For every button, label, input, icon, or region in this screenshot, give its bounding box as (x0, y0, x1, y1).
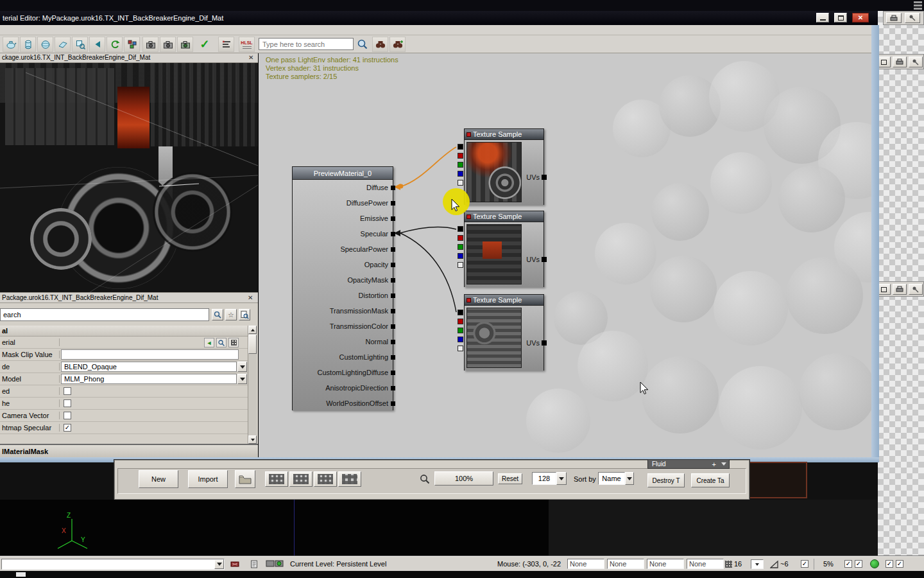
blue-pin[interactable] (458, 253, 463, 259)
new-button[interactable]: New (139, 470, 178, 488)
input-pin[interactable] (391, 401, 395, 406)
use-selected-button[interactable]: ◄ (204, 338, 214, 347)
node-header[interactable]: PreviewMaterial_0 (293, 167, 393, 180)
input-pin[interactable] (391, 263, 395, 267)
pin-button[interactable] (909, 57, 923, 67)
close-icon[interactable]: ✕ (248, 294, 253, 301)
green-pin[interactable] (458, 162, 463, 168)
reset-button[interactable]: Reset (498, 473, 522, 484)
close-icon[interactable]: ✕ (248, 54, 253, 61)
status-field-2[interactable]: None (607, 559, 644, 569)
split-view-button[interactable] (289, 471, 312, 487)
material-editor-titlebar[interactable]: terial Editor: MyPackage.urok16.TX_INT_B… (0, 11, 878, 25)
open-folder-button[interactable] (235, 470, 255, 488)
lighting-model-dropdown-button[interactable] (237, 374, 247, 384)
thumb-size-field[interactable]: 128 (532, 472, 556, 485)
input-pin[interactable] (391, 232, 395, 236)
maximize-button[interactable] (834, 13, 847, 22)
input-opacitymask[interactable]: OpacityMask (293, 272, 393, 288)
lighting-model-select[interactable]: MLM_Phong (61, 374, 237, 384)
uvs-input-pin[interactable] (542, 257, 547, 262)
red-pin[interactable] (458, 319, 463, 324)
toggle-stats-button[interactable] (218, 37, 234, 52)
input-pin[interactable] (391, 371, 395, 375)
property-row-two-sided[interactable]: ed (0, 385, 248, 398)
close-button[interactable]: ✕ (852, 13, 869, 22)
input-pin[interactable] (391, 386, 395, 390)
mask-clip-value-field[interactable] (61, 349, 239, 360)
script-button[interactable] (249, 559, 259, 569)
input-pin[interactable] (391, 216, 395, 221)
input-distortion[interactable]: Distortion (293, 288, 393, 303)
output-pins[interactable] (458, 226, 463, 268)
grid-snap-icon[interactable] (725, 561, 732, 568)
preview-material-node[interactable]: PreviewMaterial_0 Diffuse DiffusePower E… (292, 166, 393, 410)
find-next-button[interactable] (389, 37, 406, 52)
zoom-slider[interactable]: 100% (434, 471, 493, 486)
apply-changes-button[interactable]: ✓ (196, 37, 213, 52)
fluid-tab[interactable]: Fluid + (647, 459, 730, 469)
destroy-tag-button[interactable]: Destroy T (647, 473, 685, 487)
pin-button[interactable] (905, 13, 920, 23)
material-preview-viewport[interactable] (0, 63, 258, 292)
find-button[interactable] (372, 37, 388, 52)
minimize-button[interactable] (816, 13, 829, 22)
properties-titlebar[interactable]: Package.urok16.TX_INT_BackBreakerEngine_… (0, 293, 258, 303)
scroll-up-button[interactable] (248, 326, 257, 334)
input-pin[interactable] (391, 324, 395, 329)
alpha-pin[interactable] (458, 262, 463, 268)
green-pin[interactable] (458, 244, 463, 250)
status-checkbox[interactable]: ✓ (896, 560, 903, 568)
texture-sample-node-2[interactable]: Texture Sample UVs (464, 211, 544, 287)
level-combo-dropdown-button[interactable] (214, 559, 224, 569)
input-specularpower[interactable]: SpecularPower (293, 241, 393, 257)
properties-scrollbar[interactable] (248, 326, 257, 444)
zoom-percent-value[interactable]: 5% (823, 557, 834, 572)
preview-panel-titlebar[interactable]: ckage.urok16.TX_INT_BackBreakerEngine_Di… (0, 53, 258, 63)
checkbox[interactable] (64, 399, 71, 407)
input-customlightingdiffuse[interactable]: CustomLightingDiffuse (293, 365, 393, 380)
properties-search-button[interactable] (212, 309, 223, 320)
blend-mode-dropdown-button[interactable] (237, 362, 247, 372)
import-button[interactable]: Import (188, 470, 228, 488)
property-row-mask-clip[interactable]: Mask Clip Value (0, 349, 248, 361)
sort-select[interactable]: Name (598, 472, 625, 485)
snap-dropdown[interactable] (751, 559, 764, 569)
red-pin[interactable] (458, 235, 463, 241)
level-combo[interactable] (1, 559, 225, 570)
camera-capture-button[interactable] (177, 37, 193, 52)
checkbox-checked[interactable]: ✓ (64, 424, 71, 432)
input-customlighting[interactable]: CustomLighting (293, 349, 393, 365)
input-emissive[interactable]: Emissive (293, 211, 393, 226)
property-row-material[interactable]: erial ◄ (0, 337, 248, 349)
preview-plane-button[interactable] (55, 37, 71, 52)
property-row-camera-vector[interactable]: Camera Vector (0, 410, 248, 422)
advanced-search-button[interactable] (239, 309, 250, 320)
status-checkbox[interactable]: ✓ (855, 560, 862, 568)
input-anisotropicdirection[interactable]: AnisotropicDirection (293, 380, 393, 396)
input-pin[interactable] (391, 201, 395, 206)
blend-mode-select[interactable]: BLEND_Opaque (61, 362, 237, 372)
blue-pin[interactable] (458, 171, 463, 177)
status-checkbox[interactable]: ✓ (801, 560, 809, 568)
scroll-down-button[interactable] (248, 435, 257, 444)
status-checkbox[interactable]: ✓ (844, 560, 852, 568)
refresh-button[interactable] (107, 37, 123, 52)
search-go-button[interactable] (355, 37, 370, 51)
blue-pin[interactable] (458, 337, 463, 342)
node-header[interactable]: Texture Sample (465, 295, 543, 306)
properties-search-input[interactable] (0, 308, 209, 321)
uvs-input-pin[interactable] (542, 175, 547, 180)
list-view-button[interactable] (265, 471, 288, 487)
input-transmissionmask[interactable]: TransmissionMask (293, 303, 393, 319)
back-button[interactable] (89, 37, 105, 52)
printer-button[interactable] (893, 57, 907, 67)
level-viewport[interactable]: Z X Y (0, 500, 549, 556)
input-pin[interactable] (391, 278, 395, 283)
clean-unused-button[interactable] (124, 37, 140, 52)
status-field-1[interactable]: None (567, 559, 604, 569)
play-in-editor-button[interactable] (264, 559, 286, 570)
node-header[interactable]: Texture Sample (465, 129, 543, 140)
camera-sync-button[interactable] (160, 37, 176, 52)
input-pin[interactable] (391, 186, 395, 190)
